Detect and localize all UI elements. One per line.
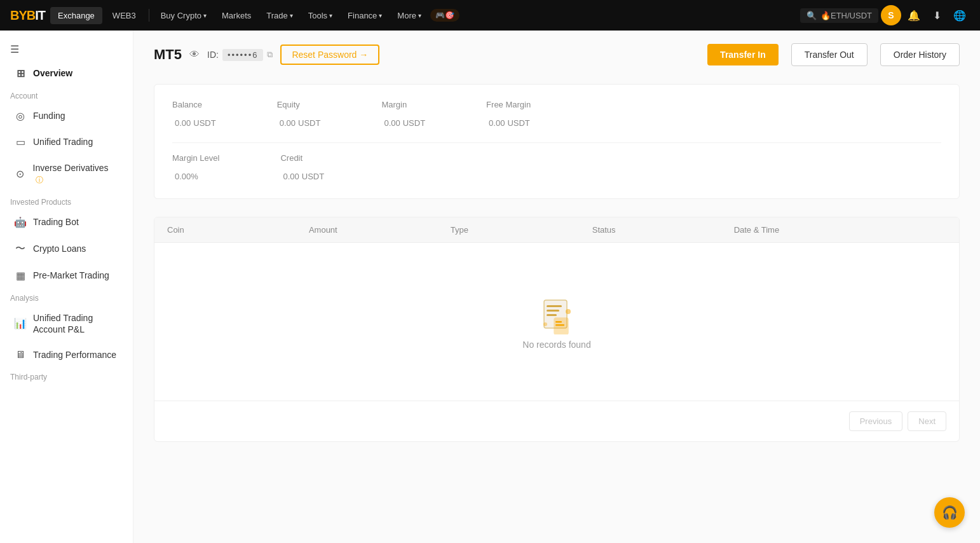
sidebar-item-pre-market[interactable]: ▦ Pre-Market Trading [4,263,129,289]
sidebar-item-unified-trading[interactable]: ▭ Unified Trading [4,129,129,155]
sidebar: ☰ ⊞ Overview Account ◎ Funding ▭ Unified… [0,31,133,543]
previous-button[interactable]: Previous [849,411,903,431]
download-icon[interactable]: ⬇ [927,5,947,25]
col-coin: Coin [167,225,309,235]
tab-exchange[interactable]: Exchange [50,7,102,24]
topnav-icons: S 🔔 ⬇ 🌐 [881,5,970,25]
main-content: MT5 👁 ID: ••••••6 ⧉ Reset Password → Tra… [133,31,980,543]
sidebar-trading-perf-label: Trading Performance [33,349,116,361]
credit-label: Credit [280,153,324,163]
search-bar[interactable]: 🔍 🔥ETH/USDT [800,8,878,23]
balance-section: Balance 0.00USDT Equity 0.00USDT Margin … [154,84,960,199]
sidebar-uta-pnl-label: Unified Trading Account P&L [33,312,119,335]
nav-finance[interactable]: Finance▾ [341,7,388,24]
svg-rect-2 [547,310,559,312]
col-type: Type [451,225,592,235]
sidebar-overview-label: Overview [33,67,72,79]
search-icon: 🔍 [806,11,817,20]
sidebar-section-analysis: Analysis [0,289,133,305]
sidebar-crypto-loans-label: Crypto Loans [33,243,86,254]
nav-tools[interactable]: Tools▾ [302,7,339,24]
svg-point-8 [543,322,547,326]
transaction-table: Coin Amount Type Status Date & Time [154,217,960,442]
user-avatar[interactable]: S [881,5,901,25]
sidebar-item-uta-pnl[interactable]: 📊 Unified Trading Account P&L [4,305,129,342]
empty-state-icon [536,294,577,334]
svg-rect-1 [547,305,562,307]
margin-level-label: Margin Level [172,153,219,163]
col-status: Status [592,225,734,235]
mt5-id-value: ••••••6 [222,49,264,61]
language-icon[interactable]: 🌐 [949,5,970,25]
col-amount: Amount [309,225,451,235]
notification-icon[interactable]: 🔔 [904,5,924,25]
sidebar-section-account: Account [0,86,133,103]
equity-value: 0.00USDT [277,113,321,130]
sidebar-funding-label: Funding [33,110,65,121]
nav-trade[interactable]: Trade▾ [260,7,299,24]
sidebar-item-crypto-loans[interactable]: 〜 Crypto Loans [4,235,129,263]
empty-text: No records found [522,340,590,350]
sidebar-item-overview[interactable]: ⊞ Overview [4,60,129,86]
nav-buy-crypto[interactable]: Buy Crypto▾ [154,7,213,24]
crypto-loans-icon: 〜 [14,242,27,256]
trading-bot-icon: 🤖 [14,216,27,228]
svg-point-7 [566,309,571,314]
nav-divider [149,9,149,22]
inverse-derivatives-icon: ⊙ [14,168,27,180]
tab-web3[interactable]: WEB3 [105,7,144,24]
margin-value: 0.00USDT [381,113,425,130]
nav-more[interactable]: More▾ [391,7,428,24]
nav-markets[interactable]: Markets [215,7,257,24]
transfer-in-button[interactable]: Transfer In [707,44,779,65]
info-badge: ⓘ [36,175,43,184]
headset-icon: 🎧 [942,505,958,520]
equity-label: Equity [277,100,321,109]
svg-rect-4 [554,318,568,334]
id-label: ID: [207,50,219,60]
top-navigation: BYBIT Exchange WEB3 Buy Crypto▾ Markets … [0,0,980,31]
balance-margin-level: Margin Level 0.00% [172,153,229,183]
eye-icon[interactable]: 👁 [189,49,200,60]
uta-pnl-icon: 📊 [14,317,27,329]
sidebar-item-inverse-derivatives[interactable]: ⊙ Inverse Derivatives ⓘ [4,155,129,193]
logo[interactable]: BYBIT [10,8,45,23]
balance-divider [172,142,941,143]
balance-free-margin: Free Margin 0.00USDT [486,100,541,130]
table-header: Coin Amount Type Status Date & Time [154,217,959,243]
balance-row-2: Margin Level 0.00% Credit 0.00USDT [172,153,941,183]
reset-password-button[interactable]: Reset Password → [280,45,379,65]
margin-level-value: 0.00% [172,167,219,183]
support-button[interactable]: 🎧 [934,497,965,528]
balance-credit: Credit 0.00USDT [280,153,334,183]
order-history-button[interactable]: Order History [880,43,960,66]
col-datetime: Date & Time [734,225,946,235]
overview-icon: ⊞ [14,67,27,79]
sidebar-item-funding[interactable]: ◎ Funding [4,103,129,129]
svg-rect-5 [555,321,562,323]
game-badge[interactable]: 🎮🎯 [430,9,459,22]
table-empty-state: No records found [154,243,959,401]
sidebar-item-trading-bot[interactable]: 🤖 Trading Bot [4,209,129,235]
margin-label: Margin [381,100,425,109]
sidebar-section-thirdparty: Third-party [0,368,133,384]
balance-equity: Equity 0.00USDT [277,100,331,130]
sidebar-pre-market-label: Pre-Market Trading [33,270,109,281]
next-button[interactable]: Next [908,411,946,431]
unified-trading-icon: ▭ [14,136,27,148]
transfer-out-button[interactable]: Transfer Out [791,43,868,66]
svg-rect-6 [555,324,564,326]
sidebar-trading-bot-label: Trading Bot [33,216,79,228]
funding-icon: ◎ [14,110,27,122]
trading-performance-icon: 🖥 [14,349,27,361]
copy-icon[interactable]: ⧉ [267,50,273,60]
mt5-header: MT5 👁 ID: ••••••6 ⧉ Reset Password → Tra… [154,43,960,66]
pre-market-icon: ▦ [14,270,27,282]
sidebar-item-trading-performance[interactable]: 🖥 Trading Performance [4,342,129,368]
balance-margin: Margin 0.00USDT [381,100,435,130]
free-margin-label: Free Margin [486,100,531,109]
mt5-title: MT5 [154,46,182,63]
sidebar-toggle[interactable]: ☰ [0,38,133,60]
credit-value: 0.00USDT [280,167,324,183]
sidebar-unified-label: Unified Trading [33,136,93,148]
